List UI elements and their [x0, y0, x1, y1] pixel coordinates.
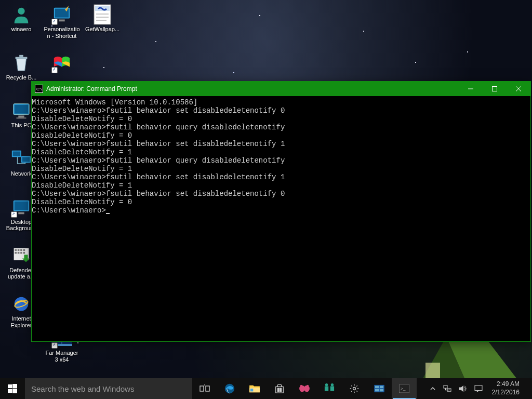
tray-network-icon[interactable] [441, 385, 454, 392]
terminal-line: DisableDeleteNotify = 1 [32, 181, 530, 190]
icon-windows-flag[interactable] [43, 50, 81, 76]
clock-date: 2/12/2016 [492, 389, 520, 397]
svg-rect-22 [15, 252, 17, 254]
terminal-line: DisableDeleteNotify = 0 [32, 115, 530, 123]
svg-rect-14 [22, 157, 30, 162]
search-box[interactable]: Search the web and Windows [25, 378, 192, 399]
svg-rect-46 [12, 384, 17, 388]
icon-personalization-shortcut[interactable]: Personalization - Shortcut [43, 2, 81, 41]
taskbar-app-teal[interactable] [317, 378, 342, 399]
svg-rect-45 [8, 384, 12, 388]
svg-rect-21 [23, 249, 25, 251]
svg-rect-56 [280, 388, 282, 390]
svg-rect-64 [330, 386, 334, 391]
minimize-button[interactable] [459, 82, 483, 96]
desktop-col3: GetWallpap... [83, 2, 122, 35]
svg-rect-47 [8, 389, 12, 393]
icon-label: winaero [11, 26, 32, 33]
terminal-body[interactable]: Microsoft Windows [Version 10.0.10586]C:… [32, 96, 530, 341]
svg-rect-72 [380, 389, 383, 391]
svg-point-4 [18, 8, 24, 15]
terminal-line: C:\Users\winaero>fsutil behavior query d… [32, 156, 530, 165]
svg-rect-9 [18, 116, 24, 118]
icon-user-folder[interactable]: winaero [2, 2, 41, 35]
svg-rect-12 [13, 151, 21, 156]
svg-rect-16 [15, 201, 29, 210]
terminal-line: DisableDeleteNotify = 0 [32, 198, 530, 206]
search-placeholder: Search the web and Windows [31, 384, 134, 393]
system-tray[interactable]: 2:49 AM 2/12/2016 [425, 378, 532, 399]
taskbar-cmd[interactable]: >_ [392, 378, 417, 399]
start-button[interactable] [0, 378, 25, 399]
task-view-button[interactable] [192, 378, 217, 399]
svg-rect-20 [20, 249, 22, 251]
terminal-line: DisableDeleteNotify = 1 [32, 148, 530, 156]
svg-rect-5 [16, 57, 28, 59]
taskbar-app-blue[interactable] [367, 378, 392, 399]
svg-rect-30 [59, 20, 64, 22]
svg-rect-24 [20, 252, 22, 254]
icon-label: Far Manager 3 x64 [44, 350, 80, 363]
svg-point-65 [325, 383, 328, 386]
cmd-icon: C:\ [35, 85, 43, 93]
svg-point-67 [353, 388, 356, 390]
svg-rect-3 [425, 363, 440, 378]
svg-rect-25 [23, 252, 25, 254]
clock[interactable]: 2:49 AM 2/12/2016 [488, 380, 524, 396]
svg-rect-48 [12, 389, 17, 393]
terminal-line: DisableDeleteNotify = 0 [32, 131, 530, 140]
svg-point-61 [300, 385, 302, 387]
svg-point-66 [331, 383, 334, 386]
cursor [106, 213, 110, 214]
svg-rect-70 [380, 386, 383, 388]
shortcut-arrow-icon [51, 342, 58, 349]
cmd-window[interactable]: C:\ Administrator: Command Prompt Micros… [31, 81, 531, 342]
taskbar-app-pink[interactable] [292, 378, 317, 399]
svg-rect-10 [17, 118, 26, 119]
tray-chevron-up-icon[interactable] [428, 385, 438, 392]
icon-label: This PC [11, 122, 31, 129]
svg-rect-69 [375, 386, 379, 388]
svg-rect-75 [444, 385, 447, 388]
svg-rect-71 [375, 389, 379, 391]
svg-point-60 [304, 385, 310, 392]
svg-rect-55 [277, 388, 279, 390]
clock-time: 2:49 AM [492, 380, 520, 389]
terminal-line: C:\Users\winaero>fsutil behavior set dis… [32, 190, 530, 198]
svg-rect-19 [18, 249, 20, 251]
tray-notifications-icon[interactable] [472, 385, 485, 392]
terminal-line: C:\Users\winaero>fsutil behavior set dis… [32, 140, 530, 148]
svg-rect-77 [475, 385, 482, 391]
svg-rect-8 [15, 105, 29, 114]
maximize-button[interactable] [483, 82, 507, 96]
svg-text:>_: >_ [401, 386, 406, 391]
icon-getwallpaper-script[interactable]: GetWallpap... [83, 2, 122, 35]
taskbar-file-explorer[interactable] [242, 378, 267, 399]
svg-rect-57 [277, 390, 279, 392]
taskbar-edge[interactable] [217, 378, 242, 399]
svg-rect-54 [250, 389, 253, 391]
svg-rect-6 [19, 55, 23, 57]
terminal-line: C:\Users\winaero>fsutil behavior query d… [32, 123, 530, 131]
shortcut-arrow-icon [51, 67, 58, 73]
svg-rect-50 [206, 386, 209, 391]
taskbar[interactable]: Search the web and Windows >_ 2:49 AM 2/… [0, 378, 532, 399]
svg-point-62 [307, 385, 309, 387]
taskbar-store[interactable] [267, 378, 292, 399]
taskbar-settings[interactable] [342, 378, 367, 399]
titlebar[interactable]: C:\ Administrator: Command Prompt [32, 82, 530, 96]
icon-label: Personalization - Shortcut [44, 26, 80, 39]
tray-volume-icon[interactable] [457, 385, 469, 392]
svg-rect-63 [325, 386, 328, 391]
icon-recycle-bin[interactable]: Recycle B... [2, 50, 41, 83]
terminal-line: C:\Users\winaero>fsutil behavior set dis… [32, 107, 530, 115]
icon-label: Recycle B... [6, 74, 37, 81]
svg-rect-58 [280, 390, 282, 392]
svg-rect-42 [493, 87, 497, 91]
close-button[interactable] [507, 82, 530, 96]
icon-label: GetWallpap... [85, 26, 119, 33]
svg-marker-0 [423, 337, 464, 378]
svg-rect-17 [18, 212, 24, 214]
terminal-line: Microsoft Windows [Version 10.0.10586] [32, 98, 530, 107]
shortcut-arrow-icon [11, 211, 17, 218]
